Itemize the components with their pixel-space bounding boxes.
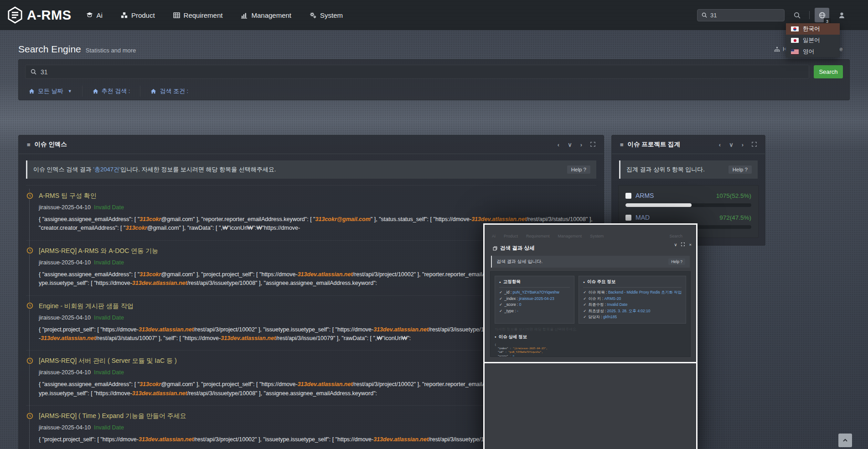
search-submit-button[interactable]: Search [814, 65, 843, 78]
ghost-search: Search [669, 234, 682, 238]
window-restore-icon [493, 246, 497, 251]
nav-item-system[interactable]: System [310, 11, 343, 19]
chevron-left-icon[interactable]: ‹ [719, 142, 721, 148]
search-input-value: 31 [41, 68, 48, 76]
ghost-nav-item: Requirement [526, 234, 550, 238]
home-icon [93, 88, 98, 94]
check-icon: ✓ [583, 302, 586, 307]
filter-search-condition[interactable]: 검색 조건 : [140, 86, 198, 97]
search-term-highlight: 313dev.atlassian.net [298, 271, 353, 278]
clock-icon [26, 192, 33, 199]
checkbox[interactable] [625, 215, 631, 221]
search-term-highlight: 313dev.atlassian.net [373, 436, 429, 443]
lang-item-japanese[interactable]: 일본어 [786, 35, 840, 46]
search-term-highlight: 313dev.atlassian.net [373, 326, 429, 333]
clock-icon [26, 357, 33, 364]
nav-item-requirement[interactable]: Requirement [173, 11, 223, 19]
clock-icon [26, 412, 33, 419]
search-input[interactable]: 31 [25, 65, 809, 79]
minimize-icon[interactable]: ∨ [674, 242, 677, 247]
result-message: 이슈 인덱스 검색 결과 '총2047건'입니다. 자세한 정보를 보시려면 해… [26, 160, 596, 179]
user-button[interactable] [834, 8, 849, 22]
clock-icon [26, 247, 33, 254]
expand-icon[interactable] [590, 142, 595, 148]
search-term-highlight: 313dev.atlassian.net [471, 216, 527, 222]
agg-label: ARMS [636, 192, 654, 199]
issue-title[interactable]: A-RMS 팀 구성 확인 [39, 192, 596, 200]
help-button[interactable]: Help ? [668, 258, 685, 265]
search-term-highlight: 313dev.atlassian.net [132, 280, 187, 286]
lang-item-english[interactable]: 영어 [786, 46, 840, 57]
issue-field-row: ✓최초생성 : 2025. 3. 28. 오후 4:02:10 [583, 308, 682, 315]
filter-all-dates[interactable]: 모든 날짜 ▼ [25, 86, 82, 97]
filter-label: 모든 날짜 [38, 87, 63, 95]
panel-title: ≡ 이슈 인덱스 [27, 140, 67, 149]
agg-row-arms: ARMS 1075(52.5%) [625, 192, 751, 199]
panel-controls: ‹ ∨ › [719, 142, 757, 148]
chevron-right-icon[interactable]: › [580, 142, 582, 148]
issue-field-row: ✓이슈 제목 : Backend - Middle Proxy Redis 초기… [583, 289, 682, 296]
person-icon [838, 12, 845, 19]
progress-fill [625, 203, 692, 207]
page-title: Search Engine [18, 44, 81, 55]
fixed-field-row: ✓_id : puN_YZYBaKa7OYiqwshw [499, 289, 570, 296]
check-icon: ✓ [499, 309, 502, 313]
app-logo[interactable]: A-RMS [7, 6, 72, 24]
fixed-field-row: ✓_score : 0 [499, 302, 570, 308]
nav-label: Management [251, 11, 291, 19]
chevron-down-icon[interactable]: ∨ [729, 142, 734, 148]
bullet-icon: ● [583, 281, 585, 284]
nav-label: Product [131, 11, 155, 19]
language-button[interactable]: 3 [815, 8, 829, 22]
check-icon: ✓ [499, 296, 502, 301]
top-navbar: A-RMS Ai Product Requirement Management … [0, 0, 868, 30]
navbar-search-input[interactable]: 31 [697, 9, 785, 21]
progress-track [625, 203, 751, 207]
nav-item-management[interactable]: Management [241, 11, 291, 19]
expand-icon[interactable] [752, 142, 757, 148]
agg-row-mad: MAD 972(47.5%) [625, 214, 751, 221]
search-term-highlight: 313dev.atlassian.net [139, 326, 194, 333]
chevron-down-icon[interactable]: ∨ [568, 142, 572, 148]
filter-label: 검색 조건 : [160, 87, 188, 95]
nav-item-product[interactable]: Product [121, 11, 155, 19]
help-button[interactable]: Help ? [728, 165, 752, 174]
checkbox[interactable] [625, 193, 631, 199]
search-term-highlight: 313cokr [140, 271, 161, 278]
divider [19, 154, 604, 154]
close-icon[interactable]: × [689, 242, 692, 247]
scroll-top-button[interactable] [838, 434, 852, 447]
home-icon [150, 88, 156, 94]
search-term-highlight: 313dev.atlassian.net [139, 436, 194, 443]
search-button[interactable] [790, 8, 804, 22]
nav-item-ai[interactable]: Ai [86, 11, 103, 19]
search-term-highlight: 313cokr [140, 216, 161, 222]
home-icon [29, 88, 35, 94]
filter-suggested-search[interactable]: 추천 검색 : [82, 86, 140, 97]
search-term-highlight: 313dev.atlassian.net [132, 390, 187, 397]
chevron-left-icon[interactable]: ‹ [558, 142, 559, 148]
search-term-highlight: 313dev.atlassian.net [41, 335, 96, 341]
help-button[interactable]: Help ? [567, 165, 590, 174]
detail-window-footer [485, 363, 696, 449]
check-icon: ✓ [499, 302, 502, 307]
check-icon: ✓ [583, 315, 586, 319]
ghost-navbar: AiProductRequirementManagementSystemSear… [485, 234, 696, 238]
bar-chart-icon [241, 12, 248, 19]
issue-info-card: ●이슈 주요 정보 ✓이슈 제목 : Backend - Middle Prox… [579, 276, 686, 324]
panel-title: ≡ 이슈 프로젝트 집계 [620, 140, 680, 149]
chevron-right-icon[interactable]: › [742, 142, 744, 148]
divider [612, 154, 765, 154]
lang-item-korean[interactable]: 한국어 [786, 23, 840, 35]
expand-icon[interactable] [681, 242, 685, 247]
search-term-highlight: 313cokr [125, 225, 147, 231]
lang-label: 영어 [803, 48, 814, 56]
agg-label: MAD [636, 214, 650, 221]
search-icon [794, 12, 801, 19]
japan-flag-icon [791, 38, 799, 43]
search-term-highlight: 313dev.atlassian.net [221, 335, 276, 341]
agg-message: 집계 결과 상위 5 항목 입니다. Help ? [619, 160, 758, 179]
issue-detail-json: { "index" : "jiraissue-2025-04-23", "id"… [495, 343, 686, 357]
main-menu: Ai Product Requirement Management System [86, 11, 343, 19]
fixed-fields-card: ●고정항목 ✓_id : puN_YZYBaKa7OYiqwshw✓_index… [495, 276, 574, 324]
